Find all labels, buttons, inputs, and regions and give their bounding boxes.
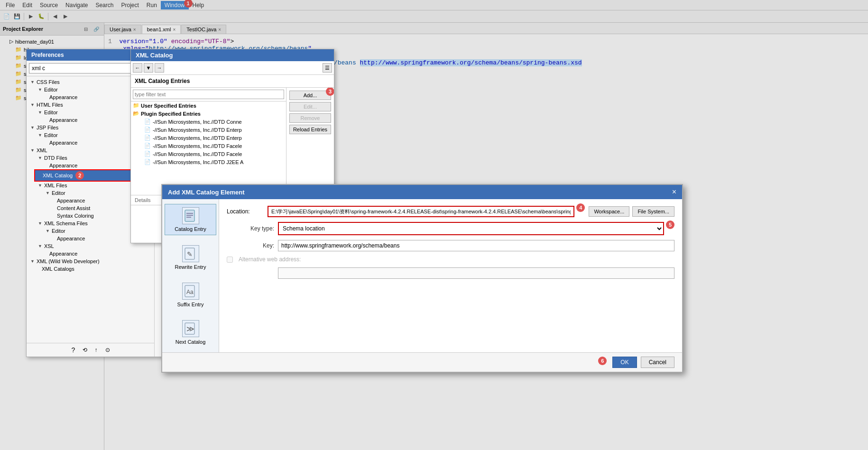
suffix-entry-icon: Aa	[182, 283, 199, 300]
restore-defaults-btn[interactable]: ⟲	[80, 345, 90, 355]
xml-catalog-filter-area	[131, 88, 286, 101]
xml-catalog-list[interactable]: 📁 User Specified Entries 📂 Plugin Specif…	[131, 101, 286, 195]
file-system-btn[interactable]: File System...	[632, 206, 674, 217]
item-icon-1: 📄	[144, 127, 151, 133]
badge-5: 5	[666, 220, 674, 229]
add-element-close-btn[interactable]: ×	[672, 188, 676, 196]
workspace-btn[interactable]: Workspace...	[589, 206, 629, 217]
catalog-item-4[interactable]: 📄 -//Sun Microsystems, Inc.//DTD Facele	[140, 150, 286, 158]
svg-text:≫: ≫	[186, 325, 194, 333]
catalog-entry-icon	[182, 207, 199, 224]
xml-catalog-title: XML Catalog	[131, 49, 334, 61]
alt-web-row: Alternative web address:	[227, 256, 674, 263]
tree-xml-wild[interactable]: ▼ XML (Wild Web Developer)	[27, 257, 154, 265]
pref-bottom-bar: ? ⟲ ↑ ⊙	[27, 343, 154, 357]
remove-btn[interactable]: Remove	[289, 113, 331, 123]
user-specified-group: 📁 User Specified Entries	[131, 101, 286, 110]
ok-button[interactable]: OK	[612, 357, 637, 368]
folder-icon: 📁	[133, 102, 139, 109]
export-btn[interactable]: ↑	[92, 345, 101, 355]
tree-xsl-children: Appearance	[34, 250, 154, 257]
expand-icon: ▼	[30, 80, 35, 84]
catalog-item-0[interactable]: 📄 -//Sun Microsystems, Inc.//DTD Conne	[140, 118, 286, 126]
item-icon-5: 📄	[144, 159, 151, 165]
tree-xml-catalogs[interactable]: XML Catalogs	[34, 265, 154, 273]
svg-text:✎: ✎	[187, 250, 193, 258]
xml-catalog-body: 📁 User Specified Entries 📂 Plugin Specif…	[131, 88, 334, 195]
add-element-body: Catalog Entry ✎ Rewrite Entry	[162, 199, 682, 352]
nav-forward-btn[interactable]: →	[155, 63, 164, 73]
key-row: Key:	[227, 240, 674, 251]
plugin-specified-group: 📂 Plugin Specified Entries	[131, 110, 286, 118]
plugin-specified-items: 📄 -//Sun Microsystems, Inc.//DTD Conne 📄…	[131, 118, 286, 166]
alt-web-label: Alternative web address:	[239, 256, 301, 263]
key-type-row: Key type: Schema location Public ID Syst…	[227, 222, 674, 235]
next-catalog-btn[interactable]: ≫ Next Catalog	[165, 317, 216, 348]
xml-catalog-entries-label: XML Catalog Entries	[131, 75, 334, 88]
catalog-item-1[interactable]: 📄 -//Sun Microsystems, Inc.//DTD Enterp	[140, 126, 286, 134]
location-row: Location: 4 Workspace... File System...	[227, 206, 674, 217]
badge-4: 4	[576, 203, 585, 212]
rewrite-entry-label: Rewrite Entry	[175, 264, 206, 270]
catalog-entry-btn[interactable]: Catalog Entry	[165, 204, 216, 235]
catalog-item-5[interactable]: 📄 -//Sun Microsystems, Inc.//DTD J2EE A	[140, 158, 286, 166]
catalog-item-2[interactable]: 📄 -//Sun Microsystems, Inc.//DTD Enterp	[140, 134, 286, 142]
help-icon-btn[interactable]: ?	[69, 345, 78, 355]
reload-btn[interactable]: Reload Entries	[289, 125, 331, 134]
tree-xsl-appearance[interactable]: Appearance	[42, 250, 154, 257]
nav-dropdown-btn[interactable]: ▼	[144, 63, 153, 73]
folder-expand-icon: 📂	[133, 110, 139, 117]
catalog-item-3[interactable]: 📄 -//Sun Microsystems, Inc.//DTD Facele	[140, 142, 286, 150]
suffix-entry-label: Suffix Entry	[177, 302, 203, 307]
badge-2: 2	[75, 171, 84, 180]
next-catalog-icon: ≫	[182, 320, 199, 337]
add-element-left-panel: Catalog Entry ✎ Rewrite Entry	[162, 199, 219, 352]
location-input[interactable]	[268, 206, 574, 217]
catalog-entry-label: Catalog Entry	[175, 226, 206, 232]
key-input[interactable]	[278, 240, 674, 251]
xml-catalog-right-buttons: Add... 3 Edit... Remove Reload Entries	[286, 88, 334, 195]
edit-btn[interactable]: Edit...	[289, 102, 331, 111]
location-label: Location:	[227, 208, 265, 215]
add-xml-element-dialog: Add XML Catalog Element × Catalog Entry	[161, 184, 683, 373]
cancel-button[interactable]: Cancel	[641, 357, 674, 368]
xml-catalog-filter-input[interactable]	[133, 90, 284, 99]
add-element-title: Add XML Catalog Element	[168, 189, 245, 196]
rewrite-entry-icon: ✎	[182, 245, 199, 262]
svg-text:Aa: Aa	[186, 289, 194, 295]
tree-xsl[interactable]: ▼ XSL	[34, 242, 154, 250]
main-area: Project Explorer ⊟ 🔗 ▷ hibernate_day01 📁…	[0, 23, 868, 450]
svg-rect-3	[186, 217, 191, 218]
badge-6: 6	[598, 357, 607, 365]
item-icon-4: 📄	[144, 151, 151, 157]
svg-rect-1	[186, 213, 193, 214]
xml-catalog-label: XML Catalog	[43, 173, 73, 178]
alt-web-input-row	[227, 267, 674, 279]
import-btn[interactable]: ⊙	[103, 345, 112, 355]
add-element-title-bar: Add XML Catalog Element ×	[162, 185, 682, 199]
alt-web-input[interactable]	[278, 267, 674, 279]
nav-back-btn[interactable]: ←	[133, 63, 142, 73]
preferences-title: Preferences	[31, 52, 64, 58]
item-icon-3: 📄	[144, 143, 151, 149]
add-element-footer: 6 OK Cancel	[162, 352, 682, 372]
add-element-right-panel: Location: 4 Workspace... File System... …	[219, 199, 682, 352]
item-icon-2: 📄	[144, 135, 151, 141]
xml-catalog-toolbar: ← ▼ → ☰	[131, 61, 334, 75]
badge-3: 3	[326, 88, 334, 96]
suffix-entry-btn[interactable]: Aa Suffix Entry	[165, 280, 216, 310]
key-type-select[interactable]: Schema location Public ID System ID	[278, 222, 664, 235]
svg-rect-2	[186, 215, 193, 216]
item-icon-0: 📄	[144, 119, 151, 125]
tree-xml-wild-children: XML Catalogs	[27, 265, 154, 273]
menu-btn[interactable]: ☰	[323, 63, 332, 73]
key-type-label: Key type:	[227, 225, 274, 232]
add-btn[interactable]: Add... 3	[289, 91, 331, 100]
key-label: Key:	[227, 242, 274, 249]
alt-web-checkbox[interactable]	[227, 257, 233, 263]
rewrite-entry-btn[interactable]: ✎ Rewrite Entry	[165, 242, 216, 273]
next-catalog-label: Next Catalog	[175, 339, 206, 345]
xml-catalog-left: 📁 User Specified Entries 📂 Plugin Specif…	[131, 88, 286, 195]
